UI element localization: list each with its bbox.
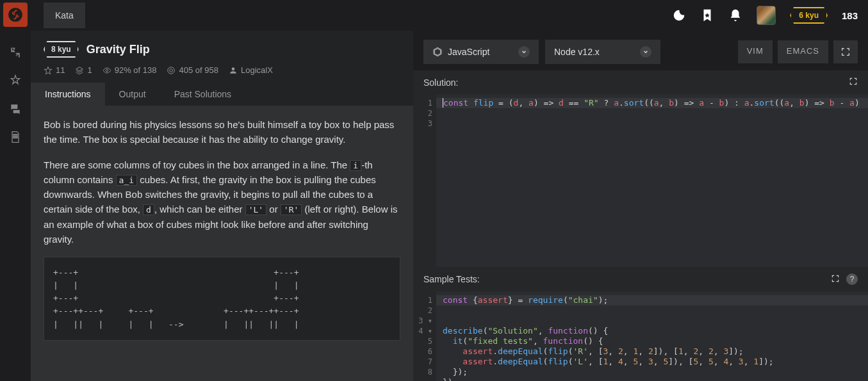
solution-gutter: 123 bbox=[413, 94, 436, 267]
tab-past-solutions[interactable]: Past Solutions bbox=[160, 83, 246, 106]
bookmark-icon[interactable] bbox=[700, 8, 714, 22]
tests-code[interactable]: const {assert} = require("chai"); descri… bbox=[436, 291, 868, 381]
author[interactable]: LogicalX bbox=[229, 65, 273, 75]
code-ai: a_i bbox=[116, 175, 137, 186]
left-panel: 8 kyu Gravity Flip 11 1 92% of 138 bbox=[31, 31, 413, 381]
topbar: Kata 6 kyu 183 bbox=[31, 0, 868, 31]
version-selector[interactable]: Node v12.x bbox=[545, 40, 660, 64]
svg-point-1 bbox=[170, 69, 173, 72]
expand-solution-icon[interactable] bbox=[849, 77, 858, 88]
chevron-down-icon bbox=[640, 46, 651, 58]
code-i: i bbox=[350, 160, 361, 171]
avatar[interactable] bbox=[757, 6, 776, 25]
code-d: d bbox=[143, 204, 154, 215]
language-selector[interactable]: JavaScript bbox=[423, 40, 539, 64]
cube-icon bbox=[432, 47, 443, 57]
kumite-icon[interactable] bbox=[0, 67, 31, 95]
star-icon bbox=[44, 66, 53, 75]
target-icon bbox=[167, 66, 176, 75]
vim-mode-button[interactable]: VIM bbox=[738, 40, 773, 63]
tests-title: Sample Tests: bbox=[423, 274, 480, 284]
tests-pane-header: Sample Tests: ? bbox=[413, 267, 868, 291]
intro-paragraph: Bob is bored during his physics lessons … bbox=[44, 119, 394, 145]
honor-points: 183 bbox=[842, 10, 860, 21]
code-R: 'R' bbox=[281, 204, 302, 215]
side-rail bbox=[0, 0, 31, 381]
tests-editor[interactable]: 123 ▾4 ▾5678 const {assert} = require("c… bbox=[413, 291, 868, 381]
logo[interactable] bbox=[3, 3, 28, 27]
collections-count[interactable]: 1 bbox=[75, 65, 92, 75]
right-panel: JavaScript Node v12.x VIM bbox=[413, 31, 868, 381]
layers-icon bbox=[75, 66, 84, 75]
user-icon bbox=[229, 66, 238, 75]
instructions-body: Bob is bored during his physics lessons … bbox=[31, 106, 413, 381]
docs-icon[interactable] bbox=[0, 123, 31, 151]
emacs-mode-button[interactable]: EMACS bbox=[778, 40, 828, 63]
svg-point-0 bbox=[168, 67, 175, 74]
tab-output[interactable]: Output bbox=[105, 83, 160, 106]
kata-rank-badge: 8 kyu bbox=[44, 41, 79, 58]
kata-title: Gravity Flip bbox=[86, 43, 150, 56]
notifications-icon[interactable] bbox=[728, 8, 742, 22]
chevron-down-icon bbox=[518, 46, 530, 58]
satisfaction: 92% of 138 bbox=[102, 65, 157, 75]
solution-editor[interactable]: 123 const flip = (d, a) => d == "R" ? a.… bbox=[413, 94, 868, 267]
theme-toggle-icon[interactable] bbox=[672, 8, 686, 22]
fullscreen-page-icon[interactable] bbox=[833, 40, 858, 63]
eye-icon bbox=[102, 66, 111, 75]
compare-icon[interactable] bbox=[0, 38, 31, 67]
ascii-diagram: +---+ +---+ | | | | +---+ +---+ +---++--… bbox=[44, 257, 400, 341]
completions: 405 of 958 bbox=[167, 65, 218, 75]
solution-pane-header: Solution: bbox=[413, 70, 868, 94]
solution-title: Solution: bbox=[423, 77, 458, 88]
stars-count[interactable]: 11 bbox=[44, 65, 65, 75]
user-rank-badge: 6 kyu bbox=[790, 7, 828, 24]
topbar-tab-kata[interactable]: Kata bbox=[44, 3, 85, 28]
tests-gutter: 123 ▾4 ▾5678 bbox=[413, 291, 436, 381]
expand-tests-icon[interactable] bbox=[831, 274, 840, 285]
help-icon[interactable]: ? bbox=[846, 273, 858, 285]
solution-code[interactable]: const flip = (d, a) => d == "R" ? a.sort… bbox=[436, 94, 868, 267]
tab-instructions[interactable]: Instructions bbox=[31, 83, 105, 106]
code-L: 'L' bbox=[245, 204, 266, 215]
discuss-icon[interactable] bbox=[0, 95, 31, 123]
